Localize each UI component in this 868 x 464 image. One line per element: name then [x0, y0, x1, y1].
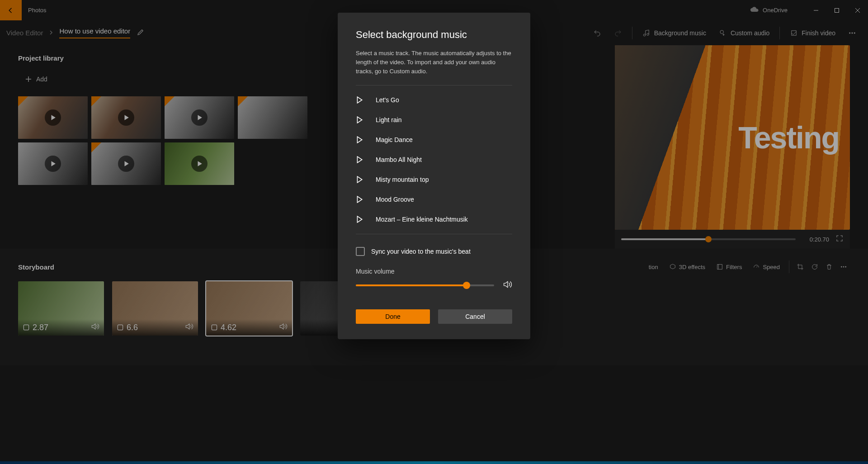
- play-icon: [356, 176, 363, 183]
- play-icon: [356, 156, 363, 163]
- volume-slider[interactable]: [356, 284, 494, 286]
- speaker-icon: [502, 279, 512, 291]
- done-button[interactable]: Done: [356, 309, 430, 324]
- play-icon: [356, 216, 363, 223]
- music-track[interactable]: Mambo All Night: [356, 150, 512, 170]
- music-track[interactable]: Mozart – Eine kleine Nachtmusik: [356, 209, 512, 229]
- dialog-actions: Done Cancel: [356, 309, 512, 324]
- background-music-dialog: Select background music Select a music t…: [338, 13, 530, 339]
- dialog-description: Select a music track. The music automati…: [356, 49, 512, 76]
- divider: [356, 85, 512, 85]
- music-track[interactable]: Magic Dance: [356, 130, 512, 150]
- dialog-title: Select background music: [356, 29, 512, 41]
- sync-label: Sync your video to the music's beat: [371, 248, 471, 255]
- volume-row: [356, 279, 512, 291]
- volume-label: Music volume: [356, 268, 512, 275]
- music-track[interactable]: Mood Groove: [356, 189, 512, 209]
- divider: [356, 234, 512, 234]
- track-list: Let's Go Light rain Magic Dance Mambo Al…: [356, 90, 512, 229]
- modal-overlay: Select background music Select a music t…: [0, 0, 868, 464]
- play-icon: [356, 196, 363, 203]
- sync-row: Sync your video to the music's beat: [356, 239, 512, 260]
- music-track[interactable]: Misty mountain top: [356, 170, 512, 189]
- play-icon: [356, 96, 363, 104]
- play-icon: [356, 116, 363, 123]
- sync-checkbox[interactable]: [356, 247, 365, 256]
- music-track[interactable]: Let's Go: [356, 90, 512, 110]
- play-icon: [356, 136, 363, 143]
- music-track[interactable]: Light rain: [356, 110, 512, 130]
- cancel-button[interactable]: Cancel: [438, 309, 512, 324]
